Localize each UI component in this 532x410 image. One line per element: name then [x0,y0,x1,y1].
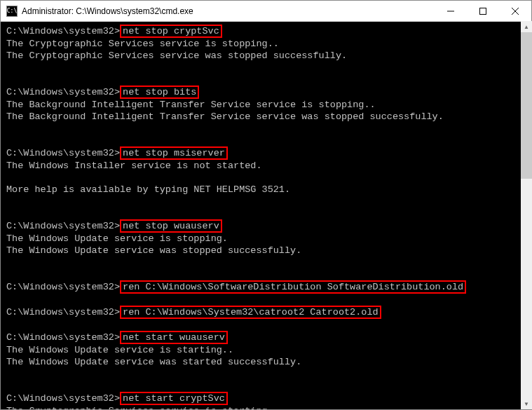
output-line: The Windows Update service was stopped s… [6,245,526,257]
highlighted-command: net start cryptSvc [120,392,228,405]
output-line: The Windows Update service is stopping. [6,233,526,245]
output-line: The Windows Update service is starting.. [6,344,526,356]
highlighted-command: net stop cryptSvc [120,25,222,38]
highlighted-command: net stop msiserver [120,146,228,160]
window-controls [435,1,531,21]
output-line: The Cryptographic Services service is st… [6,405,526,409]
output-line: The Background Intelligent Transfer Serv… [6,111,526,123]
output-line: The Background Intelligent Transfer Serv… [6,99,526,111]
prompt: C:\Windows\system32> [6,148,120,158]
highlighted-command: net stop bits [120,86,199,99]
prompt: C:\Windows\system32> [6,393,120,404]
terminal-output[interactable]: C:\Windows\system32>net stop cryptSvcThe… [1,22,531,409]
scroll-track[interactable] [521,32,532,398]
cmd-icon-text: C:\ [7,8,17,14]
output-line: The Windows Update service was started s… [6,356,526,368]
prompt: C:\Windows\system32> [6,87,120,97]
scroll-up-icon[interactable]: ▲ [521,21,532,32]
prompt: C:\Windows\system32> [6,307,120,317]
prompt: C:\Windows\system32> [6,26,120,36]
svg-rect-1 [480,8,486,14]
prompt: C:\Windows\system32> [6,282,120,292]
close-button[interactable] [499,1,531,21]
scroll-down-icon[interactable]: ▼ [521,398,532,409]
prompt: C:\Windows\system32> [6,332,120,343]
highlighted-command: net start wuauserv [120,331,228,344]
highlighted-command: net stop wuauserv [120,219,222,233]
highlighted-command: ren C:\Windows\System32\catroot2 Catroot… [120,306,381,319]
highlighted-command: ren C:\Windows\SoftwareDistribution Soft… [120,280,466,294]
output-line: More help is available by typing NET HEL… [6,184,526,196]
output-line: The Cryptographic Services service was s… [6,50,526,62]
scroll-thumb[interactable] [521,32,532,179]
output-line: The Windows Installer service is not sta… [6,160,526,172]
output-line: The Cryptographic Services service is st… [6,38,526,50]
window-title: Administrator: C:\Windows\system32\cmd.e… [22,6,435,16]
cmd-icon: C:\ [6,6,18,17]
maximize-button[interactable] [467,1,499,21]
titlebar[interactable]: C:\ Administrator: C:\Windows\system32\c… [1,1,531,22]
minimize-button[interactable] [435,1,467,21]
scrollbar[interactable]: ▲ ▼ [521,21,532,409]
prompt: C:\Windows\system32> [6,221,120,231]
